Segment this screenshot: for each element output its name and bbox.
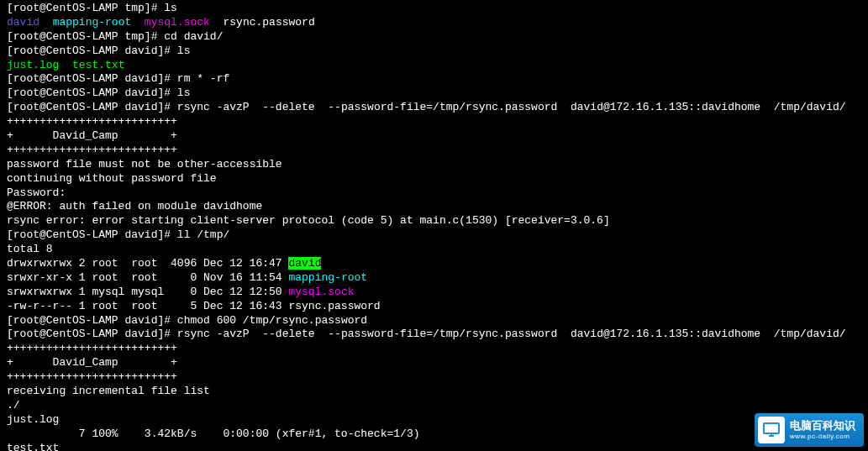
shell-prompt: [root@CentOS-LAMP david]# [7,314,177,327]
error-output: rsync error: error starting client-serve… [7,214,861,228]
line-4: [root@CentOS-LAMP david]# ls [7,45,861,59]
command-rsync: rsync -avzP --delete --password-file=/tm… [177,101,846,113]
banner: + David_Camp + [7,356,861,370]
command-rsync: rsync -avzP --delete --password-file=/tm… [177,328,846,340]
line-3: [root@CentOS-LAMP tmp]# cd david/ [7,30,861,45]
line-18: [root@CentOS-LAMP david]# ll /tmp/ [7,228,861,243]
watermark-badge: 电脑百科知识 www.pc-daily.com [755,413,864,447]
command: ls [177,87,191,99]
error-output: @ERROR: auth failed on module davidhome [7,200,861,214]
svg-rect-0 [764,423,779,433]
file-test-txt: test.txt [72,59,124,71]
file-just-log: just.log [7,59,59,71]
shell-prompt: [root@CentOS-LAMP david]# [7,72,177,85]
shell-prompt: [root@CentOS-LAMP tmp]# [7,2,164,14]
line-8: [root@CentOS-LAMP david]# rsync -avzP --… [7,101,861,115]
perms: -rw-r--r-- 1 root root 5 Dec 12 16:43 rs… [7,300,381,312]
watermark-title: 电脑百科知识 [790,419,855,433]
banner: ++++++++++++++++++++++++++ [7,370,861,385]
svg-rect-1 [769,435,774,437]
line-7: [root@CentOS-LAMP david]# ls [7,87,861,101]
output: ./ [7,399,861,413]
banner: ++++++++++++++++++++++++++ [7,144,861,158]
banner: ++++++++++++++++++++++++++ [7,115,861,129]
line-25: [root@CentOS-LAMP david]# rsync -avzP --… [7,328,861,342]
file-rsync-password: rsync.password [223,16,314,29]
line-24: [root@CentOS-LAMP david]# chmod 600 /tmp… [7,314,861,328]
sock-mysql: mysql.sock [145,16,210,29]
command: ls [177,45,191,57]
line-1: [root@CentOS-LAMP tmp]# ls [7,2,861,16]
file-name: test.txt [7,442,861,451]
ll-row: srwxr-xr-x 1 root root 0 Nov 16 11:54 ma… [7,271,861,286]
command-chmod: chmod 600 /tmp/rsync.password [177,314,367,327]
password-prompt: Password: [7,186,861,201]
watermark-icon [758,417,785,443]
ll-row: -rw-r--r-- 1 root root 5 Dec 12 16:43 rs… [7,300,861,314]
svg-rect-2 [771,433,772,435]
ls-output: david mapping-root mysql.sock rsync.pass… [7,16,861,30]
dir-david: david [7,16,39,29]
shell-prompt: [root@CentOS-LAMP tmp]# [7,30,164,43]
output: continuing without password file [7,172,861,186]
output: password file must not be other-accessib… [7,158,861,172]
shell-prompt: [root@CentOS-LAMP david]# [7,328,177,340]
shell-prompt: [root@CentOS-LAMP david]# [7,45,177,57]
banner: ++++++++++++++++++++++++++ [7,342,861,356]
command: cd david/ [164,30,223,43]
watermark-url: www.pc-daily.com [790,433,855,441]
ll-row: srwxrwxrwx 1 mysql mysql 0 Dec 12 12:50 … [7,286,861,300]
link-mapping-root: mapping-root [53,16,132,29]
banner: + David_Camp + [7,129,861,144]
shell-prompt: [root@CentOS-LAMP david]# [7,87,177,99]
output: total 8 [7,243,861,257]
command: ll /tmp/ [177,228,229,241]
monitor-icon [761,420,781,440]
dir-david-highlight: david [288,257,321,270]
perms: drwxrwxrwx 2 root root 4096 Dec 12 16:47 [7,257,288,270]
link-mapping-root: mapping-root [288,271,367,284]
ll-row: drwxrwxrwx 2 root root 4096 Dec 12 16:47… [7,257,861,271]
output: receiving incremental file list [7,385,861,399]
watermark-text: 电脑百科知识 www.pc-daily.com [790,419,855,440]
shell-prompt: [root@CentOS-LAMP david]# [7,101,177,113]
ls-output: just.log test.txt [7,59,861,73]
perms: srwxrwxrwx 1 mysql mysql 0 Dec 12 12:50 [7,286,288,298]
terminal-window[interactable]: [root@CentOS-LAMP tmp]# ls david mapping… [7,2,861,451]
file-name: just.log [7,413,861,427]
line-6: [root@CentOS-LAMP david]# rm * -rf [7,72,861,87]
perms: srwxr-xr-x 1 root root 0 Nov 16 11:54 [7,271,288,284]
command: rm * -rf [177,72,229,85]
command: ls [164,2,177,14]
sock-mysql: mysql.sock [288,286,354,298]
transfer-progress: 7 100% 3.42kB/s 0:00:00 (xfer#1, to-chec… [7,427,861,442]
shell-prompt: [root@CentOS-LAMP david]# [7,228,177,241]
